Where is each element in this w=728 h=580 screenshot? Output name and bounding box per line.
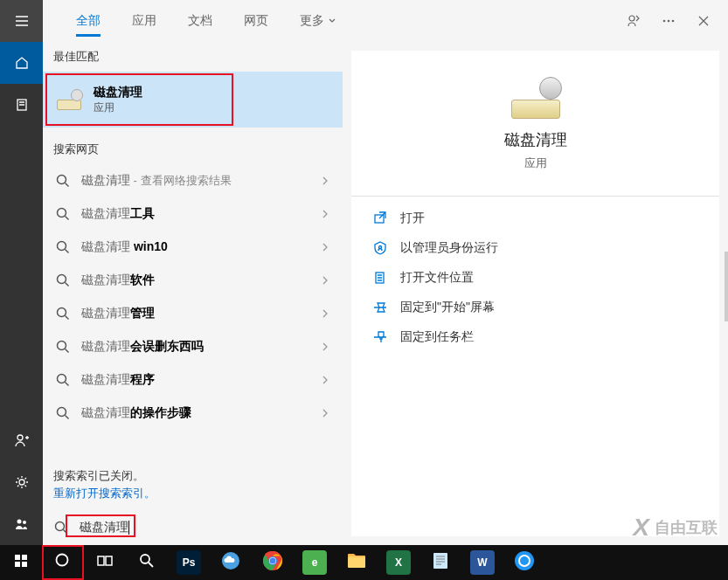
search-panel: 全部 应用 文档 网页 更多 最佳匹配 磁盘清理 — [43, 0, 728, 545]
search-icon — [55, 239, 71, 255]
feedback-icon — [626, 13, 641, 29]
svg-point-15 — [58, 375, 66, 383]
action-label: 以管理员身份运行 — [400, 240, 498, 256]
section-best-match: 最佳匹配 — [43, 42, 343, 72]
menu-button[interactable] — [0, 0, 43, 42]
chevron-right-icon — [320, 209, 330, 219]
taskbar-word[interactable]: W — [461, 545, 503, 580]
sidebar-documents[interactable] — [0, 84, 43, 126]
sidebar-people[interactable] — [0, 503, 43, 545]
watermark: X 自由互联 — [633, 514, 718, 542]
people-icon — [14, 516, 30, 532]
feedback-button[interactable] — [625, 12, 642, 30]
tab-more-label: 更多 — [300, 13, 324, 29]
action-open[interactable]: 打开 — [351, 204, 719, 233]
svg-rect-35 — [433, 553, 447, 569]
taskbar-magnify[interactable] — [126, 545, 168, 580]
taskbar-excel[interactable]: X — [378, 545, 419, 580]
svg-point-9 — [58, 176, 66, 184]
action-pin-start[interactable]: 固定到"开始"屏幕 — [351, 293, 719, 322]
taskbar-cloud[interactable] — [210, 545, 252, 580]
search-icon — [55, 405, 71, 421]
search-icon — [55, 173, 71, 189]
sidebar-add-user[interactable] — [0, 419, 43, 461]
index-off-message: 搜索索引已关闭。 — [43, 468, 343, 486]
taskbar-notepad[interactable] — [419, 545, 461, 580]
preview-pane: 磁盘清理 应用 打开以管理员身份运行打开文件位置固定到"开始"屏幕固定到任务栏 — [351, 51, 719, 536]
action-folder[interactable]: 打开文件位置 — [351, 263, 719, 293]
section-web-search: 搜索网页 — [43, 135, 343, 164]
text-cursor — [128, 521, 129, 535]
web-result-item[interactable]: 磁盘清理管理 — [43, 297, 343, 330]
action-pin-taskbar[interactable]: 固定到任务栏 — [351, 322, 719, 352]
chevron-right-icon — [320, 408, 330, 418]
home-icon — [14, 55, 30, 71]
options-button[interactable] — [660, 12, 677, 30]
tabs-bar: 全部 应用 文档 网页 更多 — [43, 0, 728, 42]
disk-cleanup-icon — [508, 77, 564, 119]
cloud-icon — [220, 550, 241, 575]
svg-point-7 — [668, 20, 670, 23]
taskbar-browser[interactable] — [503, 545, 545, 580]
svg-point-10 — [58, 209, 66, 218]
taskbar-chrome[interactable] — [252, 545, 294, 580]
folder-icon — [372, 270, 388, 286]
taskbar-taskview[interactable] — [84, 545, 126, 580]
best-match-item[interactable]: 磁盘清理 应用 — [43, 72, 343, 128]
web-result-item[interactable]: 磁盘清理的操作步骤 — [43, 397, 343, 430]
notepad-icon — [430, 550, 451, 575]
svg-point-12 — [58, 275, 66, 284]
action-label: 固定到"开始"屏幕 — [400, 300, 495, 315]
taskbar-start[interactable] — [0, 545, 42, 580]
svg-rect-34 — [348, 556, 365, 568]
chevron-right-icon — [320, 275, 330, 286]
tab-apps[interactable]: 应用 — [116, 0, 172, 42]
svg-rect-23 — [15, 562, 20, 567]
magnify-icon — [138, 552, 156, 573]
taskbar-photoshop[interactable]: Ps — [168, 545, 210, 580]
action-label: 打开文件位置 — [400, 270, 474, 286]
search-icon — [55, 306, 71, 321]
search-icon — [55, 206, 71, 222]
tab-more[interactable]: 更多 — [284, 0, 352, 42]
chevron-right-icon — [320, 176, 330, 186]
gear-icon — [14, 474, 30, 490]
svg-point-33 — [270, 558, 276, 564]
action-label: 打开 — [400, 211, 425, 226]
chevron-right-icon — [320, 242, 330, 252]
tab-documents[interactable]: 文档 — [172, 0, 228, 42]
search-input[interactable]: 磁盘清理 — [78, 518, 131, 537]
sidebar-home[interactable] — [0, 42, 43, 84]
taskbar-explorer[interactable] — [336, 545, 378, 580]
web-result-item[interactable]: 磁盘清理 - 查看网络搜索结果 — [43, 164, 343, 197]
web-result-item[interactable]: 磁盘清理 win10 — [43, 231, 343, 264]
action-admin[interactable]: 以管理员身份运行 — [351, 233, 719, 263]
web-result-item[interactable]: 磁盘清理工具 — [43, 197, 343, 231]
tab-all[interactable]: 全部 — [60, 0, 116, 42]
svg-rect-27 — [106, 556, 112, 565]
watermark-logo: X — [633, 514, 649, 542]
svg-point-1 — [17, 435, 23, 440]
word-icon: W — [470, 550, 495, 575]
web-result-item[interactable]: 磁盘清理程序 — [43, 363, 343, 397]
svg-point-5 — [629, 16, 634, 21]
scrollbar[interactable] — [725, 252, 728, 321]
taskbar-search[interactable] — [42, 545, 84, 580]
tab-web[interactable]: 网页 — [228, 0, 284, 42]
taskbar-360[interactable]: e — [294, 545, 336, 580]
web-result-item[interactable]: 磁盘清理会误删东西吗 — [43, 330, 343, 363]
sidebar-settings[interactable] — [0, 461, 43, 503]
svg-point-8 — [672, 20, 675, 23]
svg-point-28 — [141, 555, 149, 563]
result-text: 磁盘清理工具 — [81, 206, 309, 222]
svg-point-16 — [58, 408, 66, 417]
preview-title: 磁盘清理 — [504, 129, 567, 150]
close-button[interactable] — [695, 12, 712, 30]
index-reopen-link[interactable]: 重新打开搜索索引。 — [43, 486, 343, 510]
add-user-icon — [14, 432, 30, 448]
result-text: 磁盘清理 - 查看网络搜索结果 — [81, 173, 309, 189]
web-result-item[interactable]: 磁盘清理软件 — [43, 264, 343, 297]
admin-icon — [372, 240, 388, 256]
preview-subtitle: 应用 — [524, 155, 547, 171]
result-text: 磁盘清理会误删东西吗 — [81, 339, 309, 355]
